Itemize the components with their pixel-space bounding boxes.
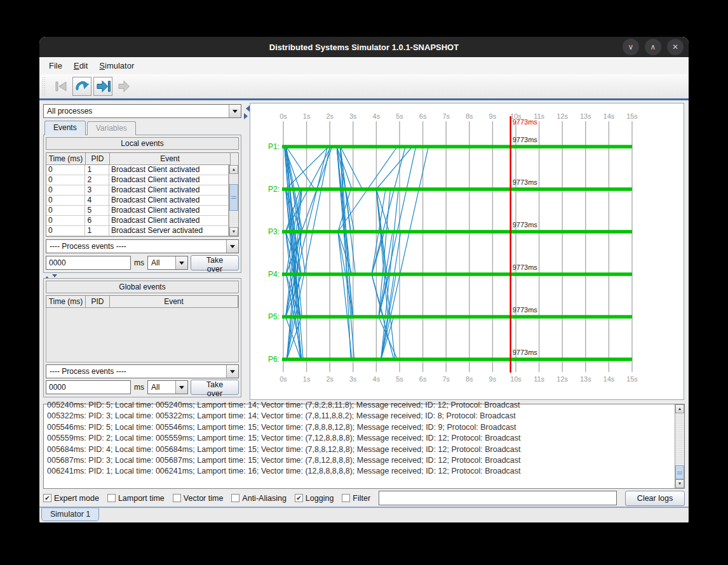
- message-line: [286, 147, 303, 359]
- time-input-top[interactable]: [46, 256, 131, 270]
- redo-button[interactable]: [72, 77, 91, 96]
- checkbox-logging[interactable]: ✔Logging: [295, 494, 334, 503]
- table-row[interactable]: 01Broadcast Client activated: [46, 165, 229, 175]
- menu-file[interactable]: File: [44, 59, 67, 72]
- scroll-down-icon[interactable]: ▼: [675, 479, 684, 488]
- axis-tick-bottom: 15s: [626, 375, 638, 383]
- take-over-button-bottom[interactable]: Take over: [191, 380, 239, 395]
- process-time-label: 9773ms: [513, 221, 538, 229]
- global-events-table: Time (ms)PIDEvent: [46, 295, 239, 308]
- axis-tick-bottom: 1s: [303, 375, 311, 383]
- log-line: 005559ms: PID: 2; Local time: 005559ms; …: [47, 433, 671, 444]
- forward-icon: [116, 79, 131, 94]
- left-tabs: Events Variables: [44, 121, 137, 135]
- process-label: P4:: [268, 270, 280, 279]
- step-forward-icon: [95, 79, 111, 94]
- unchecked-box[interactable]: [107, 494, 116, 502]
- current-time-label: 9773ms: [513, 118, 538, 126]
- process-events-select-bottom[interactable]: ---- Process events ----: [46, 364, 239, 378]
- table-row[interactable]: 06Broadcast Client activated: [46, 216, 229, 226]
- axis-tick-top: 4s: [373, 112, 381, 120]
- log-line: 005546ms: PID: 5; Local time: 005546ms; …: [47, 422, 671, 433]
- toolbar: [39, 74, 689, 98]
- ms-label: ms: [133, 383, 145, 392]
- table-row[interactable]: 02Broadcast Client activated: [46, 175, 229, 185]
- tab-events[interactable]: Events: [44, 121, 86, 135]
- axis-tick-bottom: 0s: [280, 375, 287, 383]
- local-events-scrollbar[interactable]: ▲ ▼: [229, 165, 238, 236]
- axis-tick-top: 9s: [489, 112, 497, 120]
- axis-tick-top: 0s: [280, 112, 287, 120]
- filter-input[interactable]: [379, 491, 617, 505]
- target-select-bottom[interactable]: All: [147, 380, 188, 394]
- column-header-pid: PID: [86, 153, 110, 165]
- axis-tick-top: 14s: [603, 112, 615, 120]
- target-select-top[interactable]: All: [147, 256, 188, 270]
- menu-edit[interactable]: Edit: [69, 59, 92, 72]
- axis-tick-bottom: 14s: [603, 375, 615, 383]
- table-row[interactable]: 04Broadcast Client activated: [46, 196, 229, 206]
- checked-icon[interactable]: ✔: [295, 494, 303, 502]
- maximize-button[interactable]: ∧: [645, 39, 661, 55]
- time-input-bottom[interactable]: [46, 380, 131, 394]
- horizontal-split-divider[interactable]: [43, 273, 241, 278]
- axis-tick-bottom: 7s: [442, 375, 450, 383]
- global-events-panel: Global events Time (ms)PIDEvent ---- Pro…: [43, 278, 241, 397]
- window-controls: ∨∧✕: [623, 39, 684, 55]
- redo-icon: [74, 79, 90, 94]
- checked-icon[interactable]: ✔: [43, 494, 51, 502]
- unchecked-box[interactable]: [342, 494, 350, 502]
- toolbar-drag-handle[interactable]: [42, 77, 46, 96]
- tab-simulator-1[interactable]: Simulator 1: [41, 508, 99, 521]
- axis-tick-top: 5s: [396, 112, 403, 120]
- axis-tick-top: 6s: [419, 112, 427, 120]
- chevron-down-icon: [175, 256, 187, 269]
- process-label: P5:: [268, 312, 280, 321]
- scrollbar-thumb[interactable]: [229, 184, 238, 211]
- scroll-up-icon[interactable]: ▲: [675, 404, 684, 413]
- log-line: 005240ms: PID: 5; Local time: 005240ms; …: [47, 400, 671, 411]
- checkbox-anti-aliasing[interactable]: Anti-Aliasing: [231, 494, 286, 503]
- maximize-icon: ∧: [650, 43, 656, 51]
- menu-simulator[interactable]: Simulator: [95, 59, 138, 72]
- axis-tick-bottom: 13s: [580, 375, 591, 383]
- axis-tick-bottom: 9s: [489, 375, 497, 383]
- checkbox-vector-time[interactable]: Vector time: [173, 494, 224, 503]
- axis-tick-bottom: 3s: [349, 375, 357, 383]
- checkbox-lamport-time[interactable]: Lamport time: [107, 494, 165, 503]
- global-events-table-body: [46, 308, 239, 362]
- title-bar[interactable]: Distributed Systems Simulator 1.0.1-SNAP…: [39, 37, 689, 57]
- process-label: P1:: [268, 142, 280, 151]
- step-forward-button[interactable]: [93, 77, 112, 96]
- table-row[interactable]: 03Broadcast Client activated: [46, 185, 229, 196]
- table-row[interactable]: 01Broadcast Server activated: [46, 226, 229, 236]
- column-header-time-ms: Time (ms): [46, 153, 86, 165]
- bottom-tab-bar: Simulator 1: [39, 507, 689, 522]
- column-header-time-ms: Time (ms): [46, 296, 86, 308]
- log-panel: 005240ms: PID: 5; Local time: 005240ms; …: [43, 404, 685, 489]
- scroll-down-icon[interactable]: ▼: [229, 227, 238, 236]
- scroll-up-icon[interactable]: ▲: [229, 165, 238, 174]
- window-title: Distributed Systems Simulator 1.0.1-SNAP…: [269, 43, 459, 52]
- collapse-left-icon[interactable]: [243, 105, 250, 112]
- clear-logs-button[interactable]: Clear logs: [625, 491, 685, 506]
- tab-variables[interactable]: Variables: [87, 121, 136, 135]
- unchecked-box[interactable]: [173, 494, 181, 502]
- axis-tick-bottom: 4s: [373, 375, 381, 383]
- log-output[interactable]: 005240ms: PID: 5; Local time: 005240ms; …: [44, 400, 675, 488]
- checkbox-filter[interactable]: Filter: [342, 494, 370, 503]
- take-over-button-top[interactable]: Take over: [191, 255, 239, 270]
- scrollbar-thumb[interactable]: [675, 465, 684, 479]
- process-time-label: 9773ms: [513, 306, 538, 314]
- process-events-select-top[interactable]: ---- Process events ----: [46, 239, 239, 253]
- timeline-canvas[interactable]: 0s0s1s1s2s2s3s3s4s4s5s5s6s6s7s7s8s8s9s9s…: [250, 103, 684, 400]
- minimize-button[interactable]: ∨: [623, 39, 639, 55]
- vertical-split-divider[interactable]: [243, 103, 249, 397]
- unchecked-box[interactable]: [231, 494, 239, 502]
- log-scrollbar[interactable]: ▲ ▼: [675, 404, 684, 488]
- close-button[interactable]: ✕: [667, 39, 684, 55]
- checkbox-expert-mode[interactable]: ✔Expert mode: [43, 494, 99, 503]
- table-row[interactable]: 05Broadcast Client activated: [46, 206, 229, 216]
- process-filter-select[interactable]: All processes: [43, 104, 241, 118]
- process-label: P3:: [268, 227, 280, 236]
